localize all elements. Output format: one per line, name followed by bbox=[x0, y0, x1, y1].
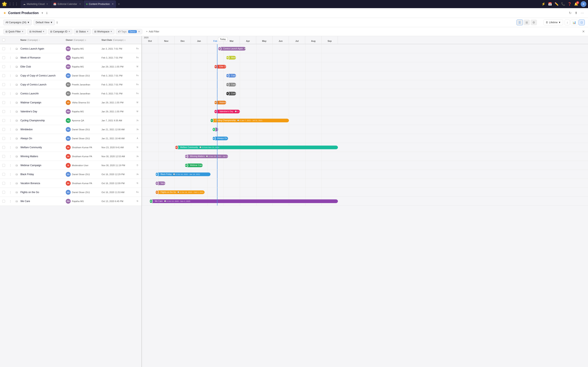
gantt-bar[interactable]: COCopy of Comics Launch💬 0 Feb 3, 2021 -… bbox=[226, 83, 236, 86]
lightning-icon[interactable]: ⚡ bbox=[541, 2, 545, 6]
gantt-bar[interactable]: CLComics Launchh💬 22 Feb 3, 2021 - Feb 2… bbox=[226, 92, 236, 95]
owner-sort-icon[interactable]: ↕ bbox=[85, 39, 86, 41]
row-checkbox[interactable] bbox=[2, 191, 5, 194]
tab-editorial-calendar[interactable]: 📅 Editorial Calendar ✕ bbox=[51, 0, 83, 8]
name-sort-icon[interactable]: ↕ bbox=[39, 39, 40, 41]
gantt-bar[interactable]: WCWe Care💬 0 Oct 13, 2020 - Nov 3, 2025 bbox=[150, 200, 338, 203]
tab-close[interactable]: ✕ bbox=[112, 3, 113, 5]
gantt-bar[interactable]: WOWeek of Romance💬 0 Feb 3, 2021 - Feb 2… bbox=[226, 56, 236, 59]
today-button[interactable]: Today bbox=[218, 37, 228, 41]
row-name[interactable]: Webinar Campaign bbox=[20, 163, 65, 167]
archived-filter-button[interactable]: ⊟ Archived ▼ bbox=[27, 29, 47, 34]
upload-button[interactable]: ⬆ bbox=[574, 10, 578, 16]
row-name[interactable]: Flights on the Go bbox=[20, 190, 65, 194]
row-name[interactable]: Welfare Community bbox=[20, 145, 65, 150]
nav-apps-icon[interactable]: ⋮⋮⋮ bbox=[8, 2, 18, 6]
row-checkbox[interactable] bbox=[2, 155, 5, 158]
lifetime-selector[interactable]: 🗓 Lifetime ▼ bbox=[544, 20, 563, 25]
view-info-icon[interactable]: ℹ bbox=[57, 21, 58, 24]
help-icon[interactable]: ❓ bbox=[568, 2, 572, 6]
row-name[interactable]: Comics Launch Again bbox=[20, 47, 65, 51]
row-checkbox[interactable] bbox=[2, 164, 5, 167]
row-actions-button[interactable]: ⋮ bbox=[7, 47, 13, 50]
row-actions-button[interactable]: ⋮ bbox=[7, 83, 13, 86]
row-actions-button[interactable]: ⋮ bbox=[7, 137, 13, 140]
row-name[interactable]: Always On bbox=[20, 136, 65, 141]
quick-filter-button[interactable]: ⊟ Quick Filter ▼ bbox=[3, 29, 26, 34]
gantt-bar[interactable]: ECElite Club💬 0 Jan 29, 2021 - Mar 3, 20… bbox=[214, 65, 226, 68]
gantt-bar[interactable]: WMWinning Matters💬 0 Nov 30, 2020 - Jan … bbox=[185, 155, 228, 158]
row-name[interactable]: We Care bbox=[20, 199, 65, 203]
row-actions-button[interactable]: ⋮ bbox=[7, 164, 13, 167]
row-name[interactable]: Copy of Comics Launch bbox=[20, 82, 65, 87]
row-actions-button[interactable]: ⋮ bbox=[7, 119, 13, 122]
board-view-button[interactable]: ⊞ bbox=[524, 20, 530, 25]
info-icon[interactable]: ℹ bbox=[46, 11, 47, 15]
sort-rows-button[interactable]: ↕ bbox=[565, 20, 570, 25]
grid-button[interactable]: ⊡ bbox=[579, 20, 585, 25]
header-owner-cell[interactable]: Owner (Campaign) ↕ bbox=[65, 39, 101, 41]
tags-close-button[interactable]: ✕ bbox=[138, 30, 140, 33]
row-name[interactable]: Valentine's Day bbox=[20, 109, 65, 114]
gantt-bar[interactable]: BFBlack Friday💬 0 Oct 16, 2020 - Jan 18,… bbox=[156, 173, 210, 176]
add-filter-button[interactable]: ＋ Add Filter bbox=[144, 29, 161, 34]
notifications[interactable]: 🔔 3 bbox=[574, 2, 578, 6]
row-checkbox[interactable] bbox=[2, 119, 5, 122]
workspace-filter-button[interactable]: ⊟ Workspace ▼ bbox=[92, 29, 114, 34]
gantt-bar[interactable]: WCWabinar Campaign💬 0 Jan 29, 2021 - Mar… bbox=[214, 101, 226, 104]
user-avatar[interactable]: R bbox=[581, 1, 586, 7]
filter-close-button[interactable]: ✕ bbox=[582, 30, 585, 33]
row-name[interactable]: Cycling Championship bbox=[20, 118, 65, 123]
row-actions-button[interactable]: ⋮ bbox=[7, 200, 13, 203]
favorite-icon[interactable]: ★ bbox=[3, 11, 6, 15]
gantt-bar[interactable]: WCWelfare Community💬 3 From Nov 23, 2020 bbox=[175, 146, 338, 149]
refresh-button[interactable]: ↻ bbox=[568, 10, 572, 16]
tab-close[interactable]: ✕ bbox=[79, 3, 81, 5]
gantt-bar[interactable]: WCWebinar Campaign💬 0 Nov 30, 2020 - Dec… bbox=[185, 164, 203, 167]
add-tab-button[interactable]: + bbox=[116, 1, 121, 7]
row-name[interactable]: Elite Club bbox=[20, 64, 65, 69]
tab-marketing-cloud[interactable]: ☁ Marketing Cloud ▼ bbox=[21, 0, 51, 8]
header-name-cell[interactable]: Name (Campaign) ↕ bbox=[20, 39, 65, 41]
row-checkbox[interactable] bbox=[2, 137, 5, 140]
row-checkbox[interactable] bbox=[2, 47, 5, 50]
row-name[interactable]: Copy of Copy of Comics Launch bbox=[20, 73, 65, 78]
row-checkbox[interactable] bbox=[2, 200, 5, 203]
row-actions-button[interactable]: ⋮ bbox=[7, 56, 13, 59]
row-checkbox[interactable] bbox=[2, 173, 5, 176]
row-checkbox[interactable] bbox=[2, 92, 5, 95]
row-checkbox[interactable] bbox=[2, 83, 5, 86]
row-actions-button[interactable]: ⋮ bbox=[7, 146, 13, 149]
settings-view-button[interactable]: ⚙ bbox=[531, 20, 537, 25]
gantt-bar[interactable]: COCopy of Copy of Comics Launch💬 1 Feb 3… bbox=[226, 74, 236, 77]
gantt-bar[interactable]: CCCycling Championship💬 0 Jan 7, 2021 - … bbox=[210, 119, 289, 122]
row-actions-button[interactable]: ⋮ bbox=[7, 110, 13, 113]
select-all-checkbox[interactable] bbox=[2, 39, 5, 42]
row-checkbox[interactable] bbox=[2, 65, 5, 68]
row-actions-button[interactable]: ⋮ bbox=[7, 128, 13, 131]
gantt-bar[interactable]: AOAlways On💬 0 Jan 21, 2021 - Apr 21, 20… bbox=[213, 137, 228, 140]
row-name[interactable]: Vacation Bonanza bbox=[20, 181, 65, 185]
calendar-icon[interactable]: 📅 bbox=[548, 2, 552, 6]
row-checkbox[interactable] bbox=[2, 101, 5, 104]
status-filter-button[interactable]: ⊟ Status ▼ bbox=[74, 29, 91, 34]
row-actions-button[interactable]: ⋮ bbox=[7, 74, 13, 77]
row-actions-button[interactable]: ⋮ bbox=[7, 101, 13, 104]
row-checkbox[interactable] bbox=[2, 128, 5, 131]
tab-content-production[interactable]: ■ Content Production ✕ bbox=[84, 0, 116, 8]
row-name[interactable]: Week of Romance bbox=[20, 55, 65, 60]
gantt-bar[interactable]: FOFlights on the Go💬 0 Oct 16, 2020 - Fe… bbox=[156, 191, 205, 194]
row-actions-button[interactable]: ⋮ bbox=[7, 65, 13, 68]
row-checkbox[interactable] bbox=[2, 146, 5, 149]
gantt-bar[interactable]: VBVacation Bonanza💬 0 Oct 16, 2020 - Nov… bbox=[156, 182, 165, 185]
row-checkbox[interactable] bbox=[2, 110, 5, 113]
view-selector[interactable]: Default View ▼ bbox=[34, 20, 55, 25]
row-actions-button[interactable]: ⋮ bbox=[7, 182, 13, 185]
phone-icon[interactable]: 📞 bbox=[561, 2, 565, 6]
row-checkbox[interactable] bbox=[2, 182, 5, 185]
more-options-button[interactable]: ⋯ bbox=[580, 10, 585, 16]
row-actions-button[interactable]: ⋮ bbox=[7, 173, 13, 176]
row-name[interactable]: Comics Launchh bbox=[20, 91, 65, 96]
row-actions-button[interactable]: ⋮ bbox=[7, 92, 13, 95]
tab-dropdown[interactable]: ▼ bbox=[46, 3, 48, 5]
